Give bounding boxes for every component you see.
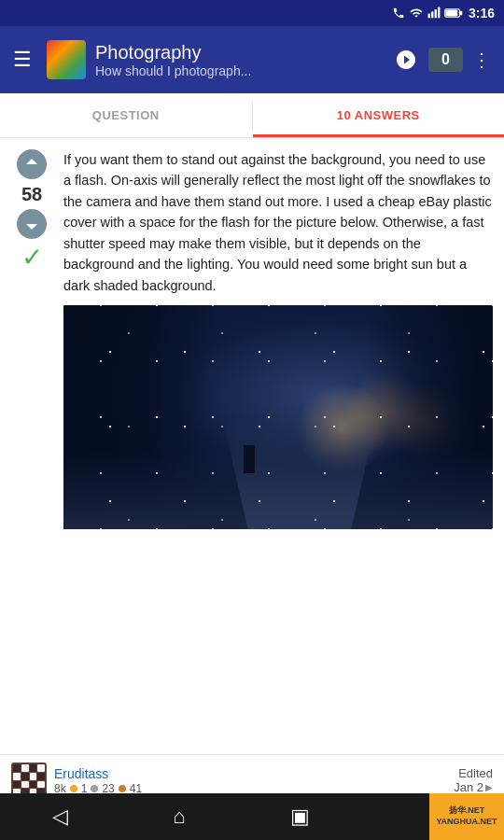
edit-date-value: Jan 2 — [454, 780, 483, 794]
svg-rect-0 — [428, 14, 430, 19]
username[interactable]: Eruditass — [54, 766, 454, 781]
svg-rect-2 — [435, 9, 437, 18]
recent-button[interactable]: ▣ — [272, 797, 329, 836]
snow-scene — [63, 305, 493, 529]
bronze-dot — [119, 785, 126, 792]
app-title-group: Photography How should I photograph... — [95, 41, 378, 78]
watermark: 扬华.NETYANGHUA.NET — [429, 793, 504, 840]
svg-rect-3 — [438, 7, 440, 19]
app-bar: ☰ Photography How should I photograph...… — [0, 26, 504, 93]
main-content: 58 ✓ If you want them to stand out again… — [0, 138, 504, 754]
status-icons — [392, 7, 463, 20]
snow-flakes — [63, 305, 493, 529]
inbox-count-badge: 0 — [428, 48, 463, 72]
app-subtitle: How should I photograph... — [95, 63, 378, 78]
tab-bar: QUESTION 10 ANSWERS — [0, 93, 504, 138]
app-bar-actions: 0 ⋮ — [387, 41, 497, 78]
vote-up-button[interactable] — [17, 149, 47, 179]
accepted-checkmark: ✓ — [21, 245, 43, 271]
answer-row: 58 ✓ If you want them to stand out again… — [0, 138, 504, 537]
edit-label: Edited — [454, 766, 493, 780]
vote-down-button[interactable] — [17, 209, 47, 239]
edit-date: Jan 2 ▶ — [454, 780, 493, 794]
tab-answers[interactable]: 10 ANSWERS — [253, 93, 505, 137]
app-icon — [47, 40, 86, 79]
back-button[interactable]: ◁ — [34, 797, 87, 836]
edit-info: Edited Jan 2 ▶ — [454, 766, 493, 794]
silver-dot — [91, 785, 98, 792]
vote-count: 58 — [21, 181, 42, 207]
home-button[interactable]: ⌂ — [154, 797, 203, 836]
inbox-button[interactable] — [387, 41, 425, 78]
svg-rect-6 — [445, 9, 457, 16]
svg-rect-5 — [459, 11, 462, 15]
hamburger-icon[interactable]: ☰ — [7, 42, 37, 77]
answer-text: If you want them to stand out against th… — [63, 149, 493, 296]
bottom-nav: ◁ ⌂ ▣ — [0, 793, 504, 840]
answer-image — [63, 305, 493, 529]
app-title: Photography — [95, 41, 378, 63]
svg-rect-1 — [431, 11, 433, 18]
status-bar: 3:16 — [0, 0, 504, 26]
edit-date-arrow: ▶ — [485, 782, 493, 792]
overflow-menu-button[interactable]: ⋮ — [467, 43, 497, 77]
tab-question[interactable]: QUESTION — [0, 93, 252, 137]
vote-column: 58 ✓ — [7, 149, 56, 537]
user-info: Eruditass 8k 1 23 41 — [47, 766, 454, 795]
status-time: 3:16 — [469, 6, 495, 21]
inbox-icon — [395, 49, 417, 71]
answer-body: If you want them to stand out against th… — [56, 149, 504, 537]
gold-dot — [70, 785, 77, 792]
